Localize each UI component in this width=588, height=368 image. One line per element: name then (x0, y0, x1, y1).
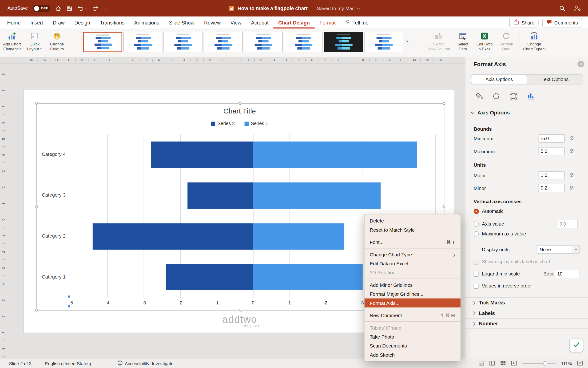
reset-minimum-icon[interactable] (569, 136, 575, 142)
gallery-more-button[interactable] (403, 32, 410, 52)
quick-layout-button[interactable]: QuickLayout (26, 31, 44, 51)
tab-chart-design[interactable]: Chart Design (273, 17, 315, 28)
tab-draw[interactable]: Draw (48, 17, 70, 28)
notes-icon[interactable] (479, 360, 484, 367)
menu-item-format-axis[interactable]: Format Axis... (365, 299, 461, 307)
number-section[interactable]: Number (465, 318, 588, 329)
display-units-dropdown[interactable]: None (537, 245, 580, 254)
change-chart-type-button[interactable]: ChangeChart Type (523, 31, 545, 51)
account-icon[interactable] (574, 5, 581, 12)
zoom-slider-knob[interactable] (543, 361, 548, 366)
menu-item-add-minor-gridlines[interactable]: Add Minor Gridlines (365, 280, 461, 289)
chart-style-style-3[interactable] (163, 32, 202, 52)
search-icon[interactable] (559, 5, 565, 11)
slide-counter[interactable]: Slide 2 of 3 (9, 361, 32, 366)
tab-slide-show[interactable]: Slide Show (164, 17, 199, 28)
tab-label: Transitions (100, 20, 124, 25)
add-chart-element-button[interactable]: Add ChartElement (3, 31, 21, 51)
axis-options-section-header[interactable]: Axis Options (471, 110, 510, 116)
close-icon[interactable]: ✕ (577, 61, 584, 67)
tab-axis-options[interactable]: Axis Options (471, 75, 527, 84)
title-chevron-down-icon[interactable] (357, 6, 360, 9)
normal-view-icon[interactable] (490, 360, 495, 367)
tab-review[interactable]: Review (199, 17, 226, 28)
tick-marks-section[interactable]: Tick Marks (465, 297, 588, 308)
chart-style-style-6[interactable] (284, 32, 323, 52)
tab-design[interactable]: Design (69, 17, 95, 28)
minimum-input[interactable]: -5.0 (538, 134, 565, 143)
tab-view[interactable]: View (226, 17, 246, 28)
more-commands-icon[interactable]: ··· (104, 5, 110, 11)
reset-minor-icon[interactable] (569, 185, 575, 191)
menu-item-format-major-gridlines[interactable]: Format Major Gridlines... (365, 289, 461, 298)
base-input[interactable]: 10 (555, 270, 579, 278)
menu-item-new-comment[interactable]: New Comment⇧ ⌘ M (365, 311, 461, 320)
logarithmic-scale-checkbox[interactable] (474, 272, 479, 277)
major-input[interactable]: 1.0 (538, 171, 565, 179)
undo-icon[interactable] (77, 5, 87, 11)
fit-to-window-icon[interactable] (577, 360, 583, 367)
ruler-mark: 12 (76, 57, 88, 63)
labels-section[interactable]: Labels (465, 308, 588, 318)
tab-transitions[interactable]: Transitions (95, 17, 129, 28)
fill-icon[interactable] (474, 92, 483, 102)
menu-item-scan-documents[interactable]: Scan Documents (365, 341, 461, 350)
chart-style-style-5[interactable] (244, 32, 283, 52)
minor-input[interactable]: 0.2 (538, 184, 565, 192)
tab-acrobat[interactable]: Acrobat (246, 17, 273, 28)
menu-item-take-photo[interactable]: Take Photo (365, 332, 461, 341)
chart-style-style-1[interactable] (83, 32, 122, 52)
accessibility-status[interactable]: Accessibility: Investigate (125, 361, 174, 366)
document-title[interactable]: How to make a flagpole chart (237, 5, 308, 11)
reset-major-icon[interactable] (569, 172, 575, 178)
apply-button[interactable] (569, 339, 583, 352)
menu-item-add-sketch[interactable]: Add Sketch (365, 350, 461, 359)
tab-home[interactable]: Home (2, 17, 26, 28)
style-preview-row (126, 47, 159, 50)
chart-style-style-7[interactable] (324, 32, 363, 52)
menu-item-change-chart-type[interactable]: Change Chart Type (365, 250, 461, 259)
axis-options-icon[interactable] (526, 92, 535, 102)
select-data-button[interactable]: SelectData (454, 31, 472, 51)
chart-style-style-8[interactable] (364, 32, 403, 52)
tab-format[interactable]: Format (315, 17, 341, 28)
chart-style-style-2[interactable] (123, 32, 163, 52)
slide-sorter-icon[interactable] (500, 360, 506, 367)
automatic-radio[interactable] (474, 209, 479, 214)
autosave-toggle[interactable]: OFF (33, 5, 50, 12)
language-indicator[interactable]: English (United States) (45, 361, 91, 366)
edit-data-excel-button[interactable]: Edit Datain Excel (475, 31, 494, 51)
menu-item-font[interactable]: Font...⌘ T (365, 238, 461, 247)
show-display-units-checkbox[interactable] (474, 260, 479, 265)
maximum-input[interactable]: 5.0 (538, 147, 565, 155)
zoom-slider[interactable] (522, 363, 556, 364)
style-preview-row (126, 40, 159, 43)
menu-item-reset-to-match-style[interactable]: Reset to Match Style (365, 225, 461, 234)
tab-text-options[interactable]: Text Options (527, 75, 583, 84)
share-button[interactable]: Share (509, 18, 539, 27)
axis-value-input[interactable]: 0.0 (557, 220, 578, 228)
reset-maximum-icon[interactable] (569, 148, 575, 155)
slideshow-icon[interactable] (511, 360, 517, 367)
zoom-level[interactable]: 111% (561, 361, 572, 366)
comments-button[interactable]: Comments (542, 18, 582, 27)
document-save-status[interactable]: — Saved to my Mac (311, 5, 355, 11)
redo-icon[interactable] (92, 5, 99, 11)
menu-item-edit-data-in-excel[interactable]: Edit Data in Excel (365, 259, 461, 268)
save-icon[interactable] (67, 5, 73, 11)
chart-style-style-4[interactable] (204, 32, 243, 52)
change-colours-button[interactable]: ChangeColours (48, 31, 66, 51)
maximum-axis-value-radio[interactable] (474, 231, 479, 236)
ruler-mark: 6 (1, 308, 7, 324)
home-icon[interactable] (55, 5, 62, 11)
ruler-mark: 2 (204, 57, 216, 63)
select-data-icon (458, 31, 467, 41)
tab-insert[interactable]: Insert (26, 17, 48, 28)
effects-icon[interactable] (491, 92, 500, 102)
tab-tell-me[interactable]: Tell me (340, 17, 373, 28)
menu-item-delete[interactable]: Delete (365, 216, 461, 225)
values-reverse-checkbox[interactable] (474, 284, 479, 289)
axis-value-radio[interactable] (474, 221, 479, 227)
tab-animations[interactable]: Animations (129, 17, 164, 28)
size-properties-icon[interactable] (509, 92, 518, 102)
